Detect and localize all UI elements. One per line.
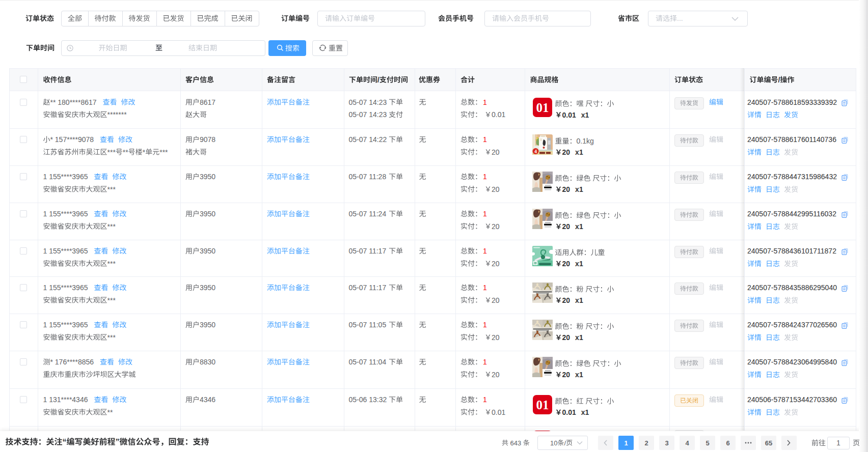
svg-text:01: 01 (536, 398, 549, 412)
svg-text:4: 4 (534, 149, 537, 154)
svg-text:01: 01 (536, 101, 549, 115)
